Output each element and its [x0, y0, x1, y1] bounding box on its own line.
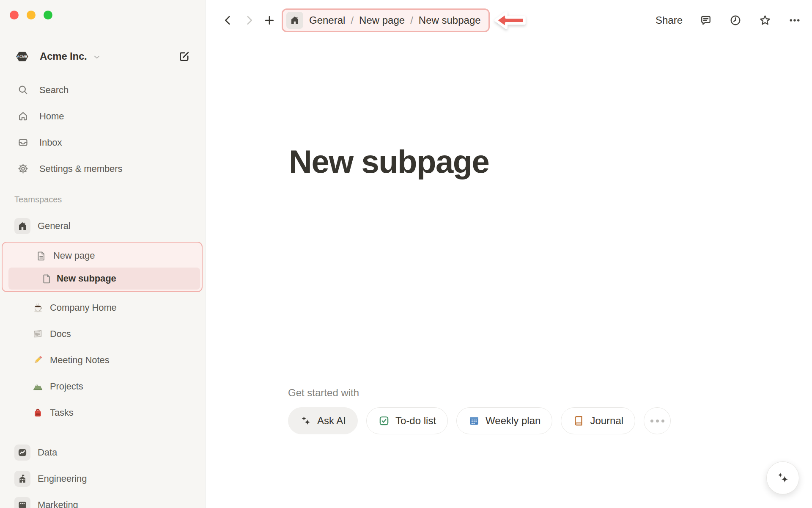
topbar-actions: Share: [656, 14, 801, 27]
sidebar: ACME Acme Inc. Search: [0, 0, 206, 508]
sidebar-item-label: New subpage: [57, 273, 116, 284]
sidebar-item-label: New page: [53, 250, 95, 261]
sidebar-item-label: Company Home: [50, 302, 117, 313]
ask-ai-button[interactable]: Ask AI: [288, 407, 358, 434]
sidebar-nav: Search Home Inbox Settings & members: [3, 77, 202, 182]
sidebar-item-new-page[interactable]: New page: [3, 244, 202, 268]
template-buttons-row: Ask AI To-do list Weekly plan Journal: [288, 407, 671, 434]
breadcrumb-separator: /: [351, 14, 354, 26]
teamspaces-section-label: Teamspaces: [14, 195, 62, 204]
section-gap: [3, 426, 202, 439]
house-icon: [286, 12, 303, 29]
button-label: Ask AI: [317, 415, 346, 427]
home-icon: [17, 110, 29, 122]
document-icon: [35, 250, 47, 262]
sidebar-item-new-subpage[interactable]: New subpage: [8, 268, 200, 290]
book-icon: [573, 415, 584, 427]
sidebar-item-label: Data: [38, 447, 57, 458]
teamspaces-tree: General New page New subpage: [3, 213, 202, 508]
calendar-icon: [468, 415, 480, 427]
minimize-window-button[interactable]: [27, 11, 36, 19]
get-started-section: Get started with Ask AI To-do list Weekl…: [288, 387, 671, 434]
sidebar-item-meeting-notes[interactable]: Meeting Notes: [3, 347, 202, 373]
sidebar-item-label: Engineering: [38, 473, 87, 484]
sidebar-item-label: Docs: [50, 329, 71, 340]
breadcrumb-separator: /: [410, 14, 413, 26]
back-icon[interactable]: [222, 14, 234, 27]
workspace-name: Acme Inc.: [40, 50, 87, 62]
weekly-plan-button[interactable]: Weekly plan: [456, 407, 552, 434]
todo-list-button[interactable]: To-do list: [366, 407, 448, 434]
sidebar-item-marketing[interactable]: Marketing: [3, 492, 202, 508]
main-content: General / New page / New subpage Share: [206, 0, 812, 508]
mountain-icon: [32, 381, 44, 392]
sidebar-item-inbox[interactable]: Inbox: [3, 130, 202, 155]
sidebar-item-label: Projects: [50, 381, 83, 392]
sparkle-icon: [300, 415, 312, 427]
window-controls: [10, 11, 52, 19]
more-templates-button[interactable]: [644, 407, 671, 434]
chart-icon: [14, 444, 30, 461]
sidebar-item-general[interactable]: General: [3, 213, 202, 239]
sidebar-item-projects[interactable]: Projects: [3, 373, 202, 399]
breadcrumb-item-general[interactable]: General: [309, 14, 345, 26]
sidebar-item-label: General: [38, 221, 71, 232]
sidebar-item-label: Search: [39, 85, 69, 96]
sidebar-item-label: Marketing: [38, 500, 78, 508]
workspace-switcher[interactable]: ACME Acme Inc.: [14, 47, 191, 66]
sparkle-icon: [775, 470, 790, 486]
new-page-compose-icon[interactable]: [178, 50, 191, 63]
inbox-icon: [17, 136, 29, 149]
share-button[interactable]: Share: [656, 14, 683, 26]
workspace-logo-acme-icon: ACME: [14, 49, 30, 64]
get-started-label: Get started with: [288, 387, 671, 399]
blank-page-icon: [41, 273, 52, 284]
sidebar-item-label: Meeting Notes: [50, 355, 110, 366]
sidebar-item-company-home[interactable]: Company Home: [3, 295, 202, 320]
sidebar-item-engineering[interactable]: Engineering: [3, 466, 202, 491]
school-icon: [14, 471, 30, 487]
favorite-star-icon[interactable]: [759, 14, 771, 27]
annotation-arrow-icon: [493, 10, 527, 31]
pencil-icon: [32, 354, 44, 366]
page-title[interactable]: New subpage: [289, 143, 489, 180]
button-label: Journal: [590, 415, 623, 427]
sidebar-item-docs[interactable]: Docs: [3, 321, 202, 347]
breadcrumb[interactable]: General / New page / New subpage: [282, 8, 490, 32]
sidebar-item-home[interactable]: Home: [3, 103, 202, 129]
sidebar-item-search[interactable]: Search: [3, 77, 202, 103]
zoom-window-button[interactable]: [44, 11, 52, 19]
frame-icon: [14, 497, 30, 508]
forward-icon[interactable]: [243, 14, 255, 27]
button-label: To-do list: [395, 415, 436, 427]
plus-icon[interactable]: [263, 14, 276, 27]
search-icon: [17, 84, 29, 96]
history-clock-icon[interactable]: [729, 14, 742, 27]
chevron-down-icon: [92, 52, 102, 62]
sidebar-item-label: Inbox: [39, 137, 62, 148]
svg-text:ACME: ACME: [17, 55, 27, 58]
button-label: Weekly plan: [486, 415, 540, 427]
coffee-icon: [32, 302, 44, 314]
notion-ai-floating-button[interactable]: [766, 461, 799, 494]
sidebar-item-label: Home: [39, 111, 64, 122]
more-options-icon[interactable]: [788, 14, 801, 27]
sidebar-item-settings[interactable]: Settings & members: [3, 156, 202, 182]
sidebar-item-tasks[interactable]: Tasks: [3, 400, 202, 425]
journal-button[interactable]: Journal: [561, 407, 635, 434]
sidebar-item-label: Settings & members: [39, 163, 122, 174]
sidebar-item-label: Tasks: [50, 407, 74, 418]
active-pages-highlight: New page New subpage: [2, 242, 203, 292]
house-icon: [14, 218, 30, 234]
breadcrumb-item-new-subpage[interactable]: New subpage: [419, 14, 481, 26]
topbar: General / New page / New subpage Share: [206, 0, 812, 41]
comments-icon[interactable]: [700, 14, 712, 27]
notion-app-window: ACME Acme Inc. Search: [0, 0, 812, 508]
checkbox-icon: [378, 415, 390, 427]
gear-icon: [17, 163, 29, 175]
newspaper-icon: [32, 328, 44, 340]
close-window-button[interactable]: [10, 11, 19, 19]
backpack-icon: [32, 407, 44, 419]
breadcrumb-item-new-page[interactable]: New page: [359, 14, 405, 26]
sidebar-item-data[interactable]: Data: [3, 439, 202, 465]
